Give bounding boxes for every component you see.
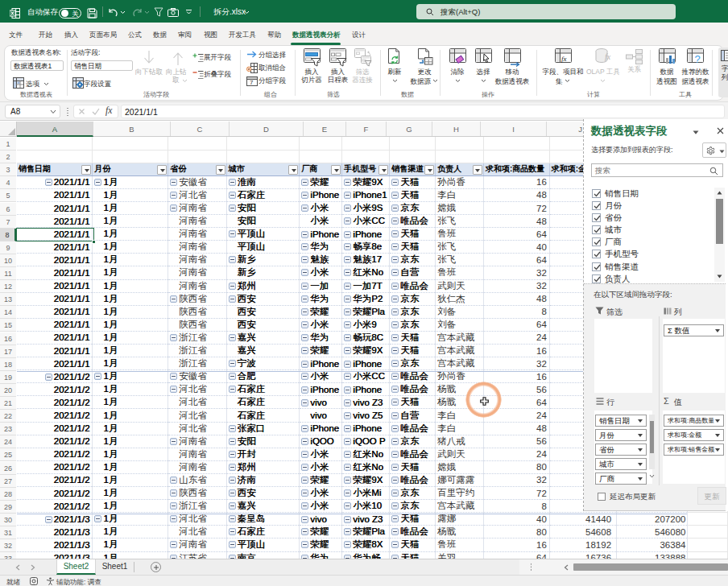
svg-text:fx: fx <box>561 55 567 63</box>
svg-text:7: 7 <box>250 79 254 86</box>
svg-text:fx: fx <box>605 52 611 61</box>
svg-text:?: ? <box>695 53 701 65</box>
